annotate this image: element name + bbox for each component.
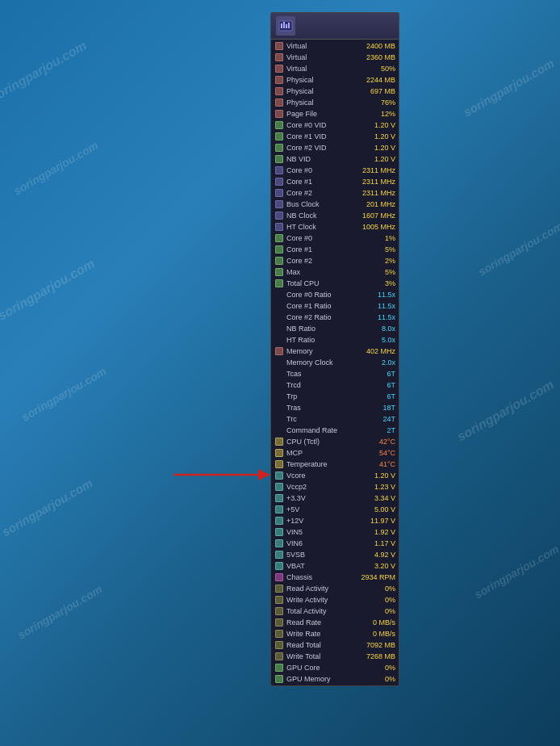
sensor-value: 1.92 V <box>374 528 395 536</box>
sensor-name: VIN5 <box>286 528 373 536</box>
sensor-row: Core #2 VID 1.20 V <box>271 142 399 153</box>
sensor-name: Trc <box>286 415 381 423</box>
sensor-row: GPU Memory 0% <box>271 673 399 685</box>
mem-icon <box>274 52 284 62</box>
cpu-icon <box>274 199 284 209</box>
sensor-row: GPU Core 0% <box>271 662 399 673</box>
watermark-3: soringparjou.com <box>0 256 98 323</box>
sensor-value: 1.20 V <box>374 144 395 152</box>
sensor-name: +5V <box>286 505 373 513</box>
sensor-value: 11.5x <box>378 313 395 321</box>
sensor-name: Write Total <box>286 652 365 660</box>
sensor-name: GPU Memory <box>286 675 383 683</box>
watermark-9: soringparjou.com <box>454 377 556 444</box>
sensor-value: 2.0x <box>382 358 395 367</box>
volt-icon <box>274 493 284 503</box>
chip-icon <box>274 120 284 130</box>
sensor-value: 6T <box>387 370 395 378</box>
sensor-name: Virtual <box>286 65 379 73</box>
volt-icon <box>274 527 284 537</box>
watermark-1: soringparjou.com <box>0 38 90 105</box>
sensor-name: Total CPU <box>286 279 383 287</box>
sensor-value: 0% <box>385 607 395 615</box>
sensor-row: Memory 402 MHz <box>271 346 399 357</box>
volt-icon <box>274 516 284 526</box>
sensor-name: Core #2 VID <box>286 144 373 152</box>
watermark-6: soringparjou.com <box>15 583 104 642</box>
sensor-value: 2T <box>387 426 395 434</box>
sensor-row: Core #2 2311 MHz <box>271 187 399 199</box>
sensor-name: Core #1 <box>286 178 361 186</box>
sensor-name: Trp <box>286 392 385 400</box>
sensor-name: Tcas <box>286 370 385 378</box>
sensor-row: Trcd 6T <box>271 379 399 391</box>
sensor-value: 5% <box>385 268 395 276</box>
chip-icon <box>274 267 284 277</box>
sensor-value: 0% <box>385 585 395 593</box>
sensor-name: NB VID <box>286 155 373 163</box>
chip-icon <box>274 154 284 164</box>
cpu-icon <box>274 222 284 232</box>
temp-icon <box>274 459 284 469</box>
sensor-row: Write Total 7268 MB <box>271 651 399 662</box>
sensor-value: 12% <box>381 110 395 118</box>
chip-icon <box>274 256 284 266</box>
sensor-name: Page File <box>286 110 379 118</box>
sensor-name: Memory <box>286 347 365 355</box>
disk-icon <box>274 584 284 593</box>
volt-icon <box>274 550 284 560</box>
volt-icon <box>274 561 284 571</box>
sensor-value: 8.0x <box>382 325 395 333</box>
sensor-value: 1607 MHz <box>362 212 395 220</box>
chip-icon <box>274 233 284 243</box>
sensor-row: Trp 6T <box>271 391 399 402</box>
sensor-value: 3% <box>385 279 395 287</box>
sensor-row: VIN6 1.17 V <box>271 538 399 549</box>
sensor-value: 0% <box>385 596 395 604</box>
no-icon <box>274 358 284 367</box>
sensor-value: 42°C <box>379 438 395 446</box>
sensor-row: Core #1 2311 MHz <box>271 176 399 187</box>
sensor-name: NB Clock <box>286 212 361 220</box>
sensor-value: 2311 MHz <box>362 166 395 174</box>
sensor-value: 1.20 V <box>374 471 395 480</box>
sensor-value: 1.20 V <box>374 155 395 163</box>
sensor-name: Max <box>286 268 383 276</box>
sensor-value: 3.20 V <box>374 562 395 570</box>
no-icon <box>274 301 284 311</box>
sensor-name: Vcore <box>286 471 373 480</box>
sensor-name: Tras <box>286 404 381 412</box>
sensor-row: Tcas 6T <box>271 368 399 379</box>
sensor-row: NB Clock 1607 MHz <box>271 210 399 221</box>
disk-icon <box>274 606 284 616</box>
watermark-4: soringparjou.com <box>19 365 108 424</box>
sensor-value: 11.5x <box>378 291 395 299</box>
sensor-value: 201 MHz <box>366 200 395 208</box>
sensor-name: Physical <box>286 76 365 84</box>
sensor-row: Physical 2244 MB <box>271 74 399 86</box>
sensor-row: Core #0 1% <box>271 233 399 244</box>
sensor-name: Core #1 VID <box>286 132 373 140</box>
sensor-row: Total CPU 3% <box>271 278 399 289</box>
sensor-value: 2400 MB <box>366 42 395 50</box>
arrow-indicator <box>169 463 274 490</box>
sensor-name: Core #2 <box>286 189 361 197</box>
sensor-name: Trcd <box>286 381 385 389</box>
sensor-row: Bus Clock 201 MHz <box>271 199 399 210</box>
sensor-name: Read Activity <box>286 585 383 593</box>
sensor-value: 5% <box>385 245 395 254</box>
sensor-value: 0% <box>385 664 395 672</box>
svg-rect-6 <box>288 23 290 28</box>
sensor-name: Temperature <box>286 460 378 468</box>
sensor-row: VIN5 1.92 V <box>271 526 399 538</box>
svg-rect-5 <box>286 24 287 28</box>
mem-icon <box>274 346 284 356</box>
sensor-row: Write Rate 0 MB/s <box>271 628 399 639</box>
sensor-row: Read Total 7092 MB <box>271 639 399 651</box>
no-icon <box>274 425 284 435</box>
sensor-row: Core #2 2% <box>271 255 399 266</box>
sensor-row: Command Rate 2T <box>271 425 399 436</box>
sensor-row: Vcore 1.20 V <box>271 470 399 481</box>
sensor-name: Vccp2 <box>286 483 373 491</box>
sensor-name: Read Total <box>286 641 365 649</box>
